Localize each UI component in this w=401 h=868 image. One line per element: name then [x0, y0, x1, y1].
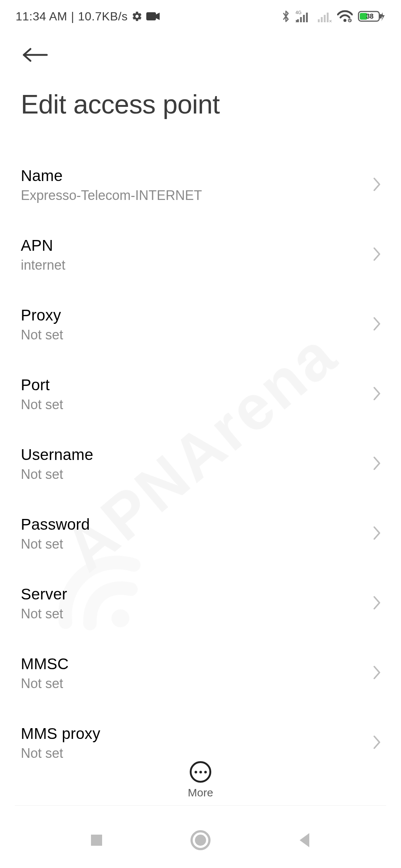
- battery-percent-text: 38: [366, 13, 374, 20]
- svg-rect-3: [300, 17, 302, 22]
- setting-row-mmsc[interactable]: MMSC Not set: [21, 637, 391, 706]
- nav-recents-button[interactable]: [82, 825, 111, 855]
- svg-text:×: ×: [329, 18, 332, 23]
- setting-row-apn[interactable]: APN internet: [21, 218, 391, 288]
- circle-icon: [190, 830, 211, 851]
- status-time: 11:34 AM: [16, 10, 67, 23]
- page-title: Edit access point: [0, 67, 401, 130]
- setting-row-proxy[interactable]: Proxy Not set: [21, 288, 391, 358]
- svg-rect-0: [146, 12, 156, 20]
- setting-label: Name: [21, 167, 202, 185]
- svg-rect-8: [324, 15, 326, 22]
- svg-text:4G: 4G: [296, 10, 301, 15]
- chevron-right-icon: [372, 385, 382, 403]
- settings-list: Name Expresso-Telecom-INTERNET APN inter…: [0, 148, 401, 760]
- battery-icon: 38: [358, 10, 385, 23]
- gear-icon: [131, 11, 143, 22]
- setting-value: Not set: [21, 676, 69, 691]
- setting-value: Not set: [21, 397, 63, 412]
- chevron-right-icon: [372, 734, 382, 752]
- chevron-right-icon: [372, 595, 382, 612]
- status-net-speed: 10.7KB/s: [78, 10, 128, 23]
- setting-label: Username: [21, 446, 93, 464]
- status-bar: 11:34 AM | 10.7KB/s 4G: [0, 0, 401, 27]
- more-label: More: [188, 786, 213, 799]
- setting-value: Not set: [21, 536, 90, 552]
- chevron-right-icon: [372, 664, 382, 682]
- setting-row-username[interactable]: Username Not set: [21, 427, 391, 497]
- setting-label: APN: [21, 237, 65, 254]
- svg-rect-7: [321, 17, 323, 22]
- chevron-right-icon: [372, 246, 382, 264]
- svg-point-11: [343, 19, 346, 22]
- setting-row-name[interactable]: Name Expresso-Telecom-INTERNET: [21, 148, 391, 218]
- more-button[interactable]: More: [0, 761, 401, 799]
- setting-label: Port: [21, 376, 63, 394]
- video-camera-icon: [146, 11, 160, 21]
- triangle-left-icon: [297, 832, 312, 849]
- svg-rect-4: [303, 15, 305, 22]
- setting-row-server[interactable]: Server Not set: [21, 567, 391, 637]
- svg-rect-5: [306, 13, 308, 22]
- bluetooth-icon: [281, 10, 290, 23]
- setting-value: Not set: [21, 467, 93, 482]
- divider: [15, 805, 386, 806]
- svg-rect-17: [91, 835, 102, 846]
- nav-home-button[interactable]: [186, 825, 215, 855]
- back-button[interactable]: [21, 43, 52, 67]
- more-icon: [190, 761, 211, 783]
- square-icon: [89, 832, 104, 848]
- setting-value: Not set: [21, 606, 67, 622]
- status-separator: |: [71, 10, 74, 23]
- svg-rect-6: [318, 19, 320, 22]
- setting-value: internet: [21, 257, 65, 273]
- setting-row-mms-proxy[interactable]: MMS proxy Not set: [21, 706, 391, 760]
- setting-value: Not set: [21, 746, 100, 760]
- nav-back-button[interactable]: [290, 825, 319, 855]
- setting-label: Proxy: [21, 306, 63, 324]
- signal-no-sim-icon: ×: [316, 10, 332, 23]
- setting-label: Password: [21, 516, 90, 533]
- wifi-icon: [337, 10, 353, 23]
- setting-label: MMSC: [21, 655, 69, 673]
- setting-row-port[interactable]: Port Not set: [21, 358, 391, 427]
- svg-point-19: [195, 835, 206, 846]
- signal-4g-icon: 4G: [296, 10, 311, 23]
- chevron-right-icon: [372, 525, 382, 543]
- setting-value: Not set: [21, 327, 63, 343]
- setting-row-password[interactable]: Password Not set: [21, 497, 391, 567]
- setting-label: MMS proxy: [21, 725, 100, 743]
- navigation-bar: [0, 812, 401, 868]
- svg-rect-9: [327, 13, 329, 22]
- chevron-right-icon: [372, 455, 382, 473]
- chevron-right-icon: [372, 316, 382, 333]
- chevron-right-icon: [372, 176, 382, 194]
- arrow-left-icon: [21, 47, 48, 62]
- setting-value: Expresso-Telecom-INTERNET: [21, 188, 202, 203]
- setting-label: Server: [21, 585, 67, 603]
